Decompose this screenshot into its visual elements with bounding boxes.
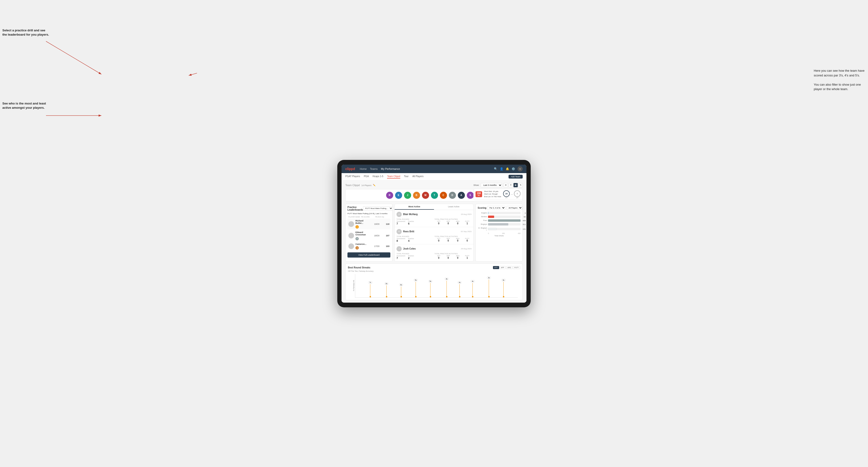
player-avatar-1[interactable]: R xyxy=(386,192,393,199)
y-axis-label: % Fairways Hit xyxy=(353,280,354,291)
tab-most-active[interactable]: Most Active xyxy=(395,204,434,210)
sub-nav-pgat[interactable]: PGAT Players xyxy=(345,175,360,179)
player-avatar-8[interactable]: D xyxy=(449,192,456,199)
yds-right: 0 xyxy=(514,190,521,197)
streaks-subtitle: Off The Tee, Fairway Accuracy xyxy=(348,270,520,272)
scoring-card: Scoring Par 3, 4 & 5s All Players Eagles xyxy=(475,204,523,261)
sub-nav-allplayers[interactable]: All Players xyxy=(412,175,423,179)
tablet-screen: clippd Home Teams My Performance 🔍 👤 🔔 ⚙… xyxy=(342,165,526,303)
shot-details: Shot Dist: 16 yds Start Lie: Rough End L… xyxy=(484,190,501,198)
pa-avatar-2: R xyxy=(397,229,402,234)
x-title: Total Shots xyxy=(478,235,521,237)
pin-7: 4x xyxy=(458,281,462,298)
yds-circles: 16 yds — 0 yds xyxy=(503,190,521,198)
x-labels: 0 200 400 xyxy=(488,232,521,234)
lb-badge-3: 3 xyxy=(355,246,359,250)
pin-1: 7x xyxy=(368,281,372,298)
show-dropdown[interactable]: Last 3 months xyxy=(481,183,502,187)
view-grid-button[interactable]: ⊞ xyxy=(503,183,508,187)
tablet-frame: clippd Home Teams My Performance 🔍 👤 🔔 ⚙… xyxy=(337,160,531,307)
shot-card: 198 SC Shot Dist: 16 yds Start Lie: Roug… xyxy=(473,189,523,200)
player-avatar-7[interactable]: C xyxy=(440,192,447,199)
scoring-header: Scoring Par 3, 4 & 5s All Players xyxy=(478,206,521,210)
view-full-leaderboard-button[interactable]: View Full Leaderboard xyxy=(347,252,390,257)
pa-header-2: R Rees Britt 02 Sep 2023 xyxy=(397,229,471,234)
bell-icon[interactable]: 🔔 xyxy=(506,167,509,170)
leaderboard-row-1: Richard Butler... 1 19/20 110 xyxy=(347,219,390,230)
shot-dist-badge: 198 SC xyxy=(475,191,483,197)
lb-name-3: Cameron... xyxy=(355,243,371,245)
view-card-button[interactable]: ▦ xyxy=(514,183,518,187)
nav-logo: clippd xyxy=(345,167,355,171)
view-icons: ⊞ ☰ ▦ ⇅ xyxy=(503,183,523,187)
lb-badge-1: 1 xyxy=(355,225,359,228)
svg-line-2 xyxy=(189,73,197,75)
nav-link-myperformance[interactable]: My Performance xyxy=(381,167,400,170)
player-avatar-6[interactable]: T xyxy=(431,192,438,199)
pa-avatar-1: B xyxy=(397,212,402,217)
streak-btn-app[interactable]: APP xyxy=(500,266,506,269)
lb-avg-1: 110 xyxy=(382,223,390,225)
sub-nav-hcaps[interactable]: Hcaps 1-5 xyxy=(373,175,383,179)
activity-card: Most Active Least Active B Blair McHarg … xyxy=(394,204,474,261)
pa-date-1: 26 Aug 2023 xyxy=(461,213,471,215)
streak-btn-arg[interactable]: ARG xyxy=(506,266,513,269)
view-list-button[interactable]: ☰ xyxy=(508,183,513,187)
leaderboard-row-3: Cameron... 3 17/20 103 xyxy=(347,242,390,251)
pa-name-2: Rees Britt xyxy=(403,230,460,233)
annotation-top-left: Select a practice drill and see the lead… xyxy=(2,28,50,37)
avatar[interactable]: U xyxy=(518,166,523,172)
streak-chart: % Fairways Hit 7x 6x 6x xyxy=(355,274,518,298)
pin-6: 4x xyxy=(445,278,448,298)
search-icon[interactable]: 🔍 xyxy=(494,167,497,170)
activity-tabs: Most Active Least Active xyxy=(395,204,473,210)
player-avatar-3[interactable]: J xyxy=(404,192,411,199)
leaderboard-header: Practice Leaderboards PUTT Must Make Put… xyxy=(347,206,390,211)
add-team-button[interactable]: Add Team xyxy=(508,175,523,179)
player-avatar-2[interactable]: E xyxy=(395,192,402,199)
streak-btn-putt[interactable]: PUTT xyxy=(513,266,520,269)
people-icon[interactable]: 👤 xyxy=(500,167,503,170)
nav-link-home[interactable]: Home xyxy=(360,167,367,170)
player-avatar-9[interactable]: A xyxy=(458,192,465,199)
pa-name-3: Josh Coles xyxy=(403,247,460,250)
sub-nav-tour[interactable]: Tour xyxy=(404,175,408,179)
lb-avatar-3 xyxy=(348,243,354,249)
bar-fill-birdies xyxy=(488,216,494,218)
svg-line-0 xyxy=(46,41,101,74)
edit-icon[interactable]: ✏️ xyxy=(373,184,375,186)
player-avatar-5[interactable]: M xyxy=(422,192,429,199)
tab-least-active[interactable]: Least Active xyxy=(434,204,473,210)
sub-nav: PGAT Players PGA Hcaps 1-5 Team Clippd T… xyxy=(342,173,526,181)
table-header: PLAYER NAME PB SCORE PB AVG SQ xyxy=(347,216,390,218)
sub-nav-pga[interactable]: PGA xyxy=(364,175,369,179)
pa-date-3: 26 Aug 2023 xyxy=(461,248,471,250)
pin-5: 5x xyxy=(428,280,432,298)
pa-stats-3: Total Rounds Tournament7 Practice2 Total… xyxy=(397,253,471,259)
yds-left: 16 xyxy=(503,190,510,197)
player-avatar-4[interactable]: B xyxy=(413,192,420,199)
view-sort-button[interactable]: ⇅ xyxy=(519,183,523,187)
nav-link-teams[interactable]: Teams xyxy=(370,167,378,170)
settings-icon[interactable]: ⚙️ xyxy=(512,167,515,170)
bar-track-birdies: 96 xyxy=(488,216,521,218)
three-cols: Practice Leaderboards PUTT Must Make Put… xyxy=(345,204,523,261)
bar-chart: Eagles 3 Birdies 96 xyxy=(478,212,521,231)
lb-avg-3: 103 xyxy=(382,245,390,247)
streaks-header: Best Round Streaks OTT APP ARG PUTT xyxy=(348,266,520,269)
player-filter[interactable]: All Players xyxy=(506,206,522,210)
show-control: Show: Last 3 months ⊞ ☰ ▦ ⇅ xyxy=(473,183,523,187)
drill-dropdown[interactable]: PUTT Must Make Putting... xyxy=(363,206,393,210)
bar-track-eagles: 3 xyxy=(488,212,521,214)
lb-avatar-1 xyxy=(348,221,354,227)
leaderboard-card: Practice Leaderboards PUTT Must Make Put… xyxy=(345,204,393,261)
player-avatar-10[interactable]: S xyxy=(467,192,474,199)
leaderboard-row-2: Edward Crossman 2 18/20 107 xyxy=(347,230,390,241)
par-filter[interactable]: Par 3, 4 & 5s xyxy=(487,206,505,210)
total-rounds-group-1: Total Rounds Tournament7 Practice6 xyxy=(397,218,434,225)
pin-9: 3x xyxy=(487,276,491,298)
sub-nav-teamclippd[interactable]: Team Clippd xyxy=(387,175,400,179)
pa-date-2: 02 Sep 2023 xyxy=(461,230,471,232)
streak-btn-ott[interactable]: OTT xyxy=(493,266,499,269)
pin-2: 6x xyxy=(384,282,389,298)
